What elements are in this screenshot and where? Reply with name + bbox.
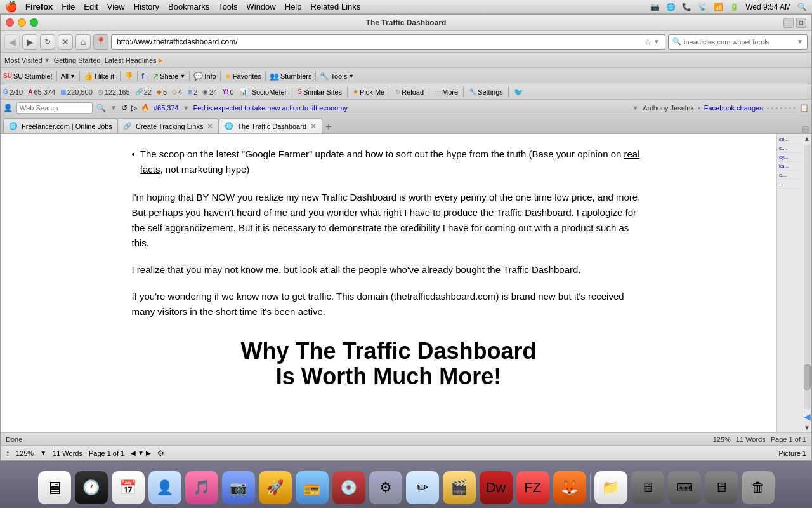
stop-button[interactable]: ✕ <box>58 34 73 50</box>
person2-link[interactable]: Facebook changes <box>704 104 763 112</box>
menu-firefox[interactable]: Firefox <box>25 2 53 11</box>
twitter-button[interactable]: 🐦 <box>514 88 523 97</box>
scrollbar[interactable]: ▲ ◀ ▼ <box>802 134 811 432</box>
url-bar[interactable]: http://www.thetrafficdashboard.com/ ☆ ▼ <box>111 34 665 50</box>
real-facts-link[interactable]: real facts <box>140 149 640 175</box>
dock-firefox[interactable]: 🦊 <box>553 471 586 504</box>
stat-chart: 📊 <box>239 88 247 95</box>
search-input[interactable] <box>16 102 93 114</box>
home-button[interactable]: ⌂ <box>75 34 91 50</box>
tab-tracking[interactable]: 🔗 Create Tracking Links ✕ <box>117 118 219 133</box>
doc-zoom: 125% <box>16 450 34 457</box>
bookmark-most-visited[interactable]: Most Visited ▼ <box>4 57 50 64</box>
search-config-icon[interactable]: ▼ <box>110 104 117 112</box>
score-dropdown[interactable]: ▼ <box>183 104 190 112</box>
scroll-track[interactable] <box>804 145 811 409</box>
all-dropdown[interactable]: ▼ <box>70 73 75 79</box>
doc-zoom-dropdown[interactable]: ▼ <box>40 450 46 457</box>
tools-button[interactable]: 🔧 Tools ▼ <box>320 72 354 81</box>
menu-bookmarks[interactable]: Bookmarks <box>168 2 209 11</box>
search-refresh-icon[interactable]: ↺ <box>121 104 128 112</box>
search-mag-icon[interactable]: 🔍 <box>96 104 106 112</box>
doc-settings-icon[interactable]: ⚙ <box>157 449 164 458</box>
dock-iphoto[interactable]: 📷 <box>222 471 255 504</box>
share-button[interactable]: ↗ Share ▼ <box>152 72 185 81</box>
facebook-button[interactable]: f <box>141 72 144 81</box>
dock-calendar[interactable]: 📅 <box>112 471 145 504</box>
menu-view[interactable]: View <box>107 2 125 11</box>
menu-tools[interactable]: Tools <box>218 2 237 11</box>
dock-screen3[interactable]: 🖥 <box>705 471 738 504</box>
stumblers-button[interactable]: 👥 Stumblers <box>270 72 312 81</box>
reload-button[interactable]: ↻ <box>40 34 55 50</box>
dock-trash[interactable]: 🗑 <box>742 471 775 504</box>
more-button[interactable]: ⋯ More <box>435 88 458 96</box>
tab-traffic-close[interactable]: ✕ <box>310 122 317 131</box>
dock-radio[interactable]: 📻 <box>296 471 329 504</box>
news-dropdown[interactable]: ▼ <box>632 104 639 112</box>
info-button[interactable]: 💬 Info <box>193 72 216 81</box>
toolbar-search-icon2[interactable]: 📋 <box>799 104 809 112</box>
scroll-up-arrow[interactable]: ▲ <box>802 134 811 144</box>
tab-list-button[interactable]: ▤ <box>802 124 809 133</box>
new-tab-button[interactable]: + <box>322 121 335 133</box>
menu-window[interactable]: Window <box>247 2 276 11</box>
menu-edit[interactable]: Edit <box>84 2 98 11</box>
news-headline[interactable]: Fed is expected to take new action to li… <box>193 104 629 112</box>
tab-freelancer[interactable]: 🌐 Freelancer.com | Online Jobs ✕ <box>3 118 117 133</box>
similar-sites-button[interactable]: S Similar Sites <box>298 88 342 96</box>
stat5-icon: ◆ <box>157 88 162 95</box>
close-button[interactable] <box>6 18 14 27</box>
menu-related[interactable]: Related Links <box>311 2 361 11</box>
back-button[interactable]: ◀ <box>4 34 20 50</box>
dock-rocket[interactable]: 🚀 <box>259 471 292 504</box>
favorites-button[interactable]: ★ Favorites <box>225 72 261 81</box>
scroll-down-arrow[interactable]: ▼ <box>802 423 811 432</box>
stumbleupon-button[interactable]: SU SU Stumble! <box>3 72 53 80</box>
doc-page-arrows[interactable]: ◀ ▼ ▶ <box>131 450 150 457</box>
settings-button[interactable]: 🔧 Settings <box>469 88 503 96</box>
like-button[interactable]: 👍 I like it! <box>84 72 116 81</box>
collapse-button[interactable]: — <box>783 18 794 28</box>
search-arrow-icon[interactable]: ▷ <box>131 104 137 112</box>
dock-dvd[interactable]: 💿 <box>332 471 365 504</box>
scroll-thumb[interactable] <box>804 364 811 390</box>
dock-system-prefs[interactable]: ⚙ <box>369 471 402 504</box>
share-dropdown[interactable]: ▼ <box>180 73 185 79</box>
scroll-indicator[interactable]: ◀ <box>804 411 811 422</box>
dock-imovie[interactable]: 🎬 <box>443 471 476 504</box>
dock-addressbook[interactable]: 👤 <box>148 471 181 504</box>
tab-tracking-close[interactable]: ✕ <box>207 122 213 131</box>
search-dropdown-icon[interactable]: ▼ <box>797 38 803 45</box>
tools-dropdown[interactable]: ▼ <box>348 73 354 79</box>
bookmark-getting-started[interactable]: Getting Started <box>54 57 101 64</box>
maximize-button[interactable] <box>30 18 38 27</box>
dock-finder2[interactable]: 📁 <box>594 471 627 504</box>
minimize-button[interactable] <box>18 18 26 27</box>
search-bar[interactable]: 🔍 inearticles.com whoel foods ▼ <box>668 34 808 50</box>
apple-menu[interactable]: 🍎 <box>5 1 18 13</box>
bookmark-star-icon[interactable]: ☆ <box>644 37 652 47</box>
url-dropdown-icon[interactable]: ▼ <box>653 38 660 45</box>
dock-itunes[interactable]: 🎵 <box>185 471 218 504</box>
dock-dreamweaver[interactable]: Dw <box>480 471 513 504</box>
dock-finder[interactable]: 🖥 <box>38 471 71 504</box>
dock-screen1[interactable]: 🖥 <box>631 471 664 504</box>
menu-search-icon[interactable]: 🔍 <box>797 3 807 11</box>
forward-button[interactable]: ▶ <box>22 34 37 50</box>
dock-filezilla[interactable]: FZ <box>516 471 549 504</box>
dock-clock[interactable]: 🕐 <box>75 471 108 504</box>
dock-script-editor[interactable]: ✏ <box>406 471 439 504</box>
pickme-button[interactable]: ★ Pick Me <box>353 88 384 96</box>
tab-traffic[interactable]: 🌐 The Traffic Dashboard ✕ <box>219 118 322 133</box>
sociometer-button[interactable]: SocioMeter <box>252 88 287 96</box>
reload-button[interactable]: ↻ Reload <box>395 88 424 96</box>
menu-help[interactable]: Help <box>285 2 302 11</box>
all-button[interactable]: All ▼ <box>61 72 75 80</box>
menu-file[interactable]: File <box>62 2 75 11</box>
menu-history[interactable]: History <box>134 2 159 11</box>
stat-quantcast-value: 122,165 <box>105 88 130 96</box>
bookmark-latest-headlines[interactable]: Latest Headlines ▶ <box>105 57 163 64</box>
dock-screen2[interactable]: ⌨ <box>668 471 701 504</box>
resize-button[interactable]: □ <box>796 18 806 28</box>
